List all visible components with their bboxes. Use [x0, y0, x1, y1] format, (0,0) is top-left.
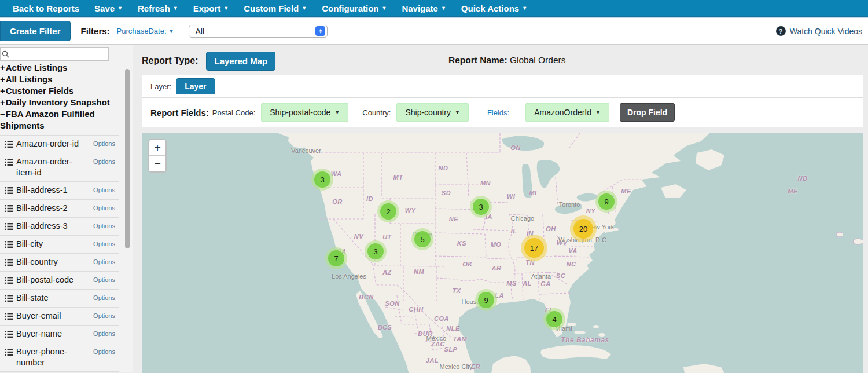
field-row[interactable]: Buyer-phone-number Options: [0, 343, 119, 371]
field-options-link[interactable]: Options: [93, 185, 117, 193]
map-state-label: OK: [462, 261, 473, 268]
nav-menu-item[interactable]: Quick Actions ▼: [461, 3, 527, 13]
field-options-link[interactable]: Options: [93, 292, 117, 301]
report-type-button[interactable]: Layered Map: [206, 52, 275, 71]
map-state-label: NB: [798, 175, 808, 182]
zoom-in-button[interactable]: +: [149, 140, 165, 156]
map-state-label: OH: [546, 225, 556, 232]
field-options-link[interactable]: Options: [93, 221, 117, 229]
field-row[interactable]: Amazon-order-item-id Options: [0, 153, 119, 181]
field-name: Buyer-name: [16, 328, 89, 339]
field-row[interactable]: Buyer-email Options: [0, 307, 119, 325]
field-options-link[interactable]: Options: [93, 257, 117, 265]
sidebar-scrollbar[interactable]: [125, 69, 130, 248]
map-state-label: ND: [439, 164, 448, 171]
zoom-out-button[interactable]: −: [149, 156, 165, 171]
field-name: Buyer-email: [16, 310, 89, 321]
expand-toggle-icon[interactable]: +: [0, 63, 5, 72]
list-icon: [5, 140, 13, 150]
search-icon: [2, 50, 9, 60]
table-tree-item[interactable]: +All Listings: [0, 74, 119, 85]
fields-link[interactable]: Fields:: [487, 108, 509, 117]
field-row[interactable]: Bill-state Options: [0, 289, 119, 307]
field-options-link[interactable]: Options: [93, 203, 117, 211]
field-options-link[interactable]: Options: [93, 275, 117, 283]
map-canvas[interactable]: ONNBMEWAORIDMTWYNVUTCAAZNMTXOKKSNESDNDMN…: [142, 133, 863, 373]
drop-field-button[interactable]: Drop Field: [620, 103, 675, 122]
cluster-count: 3: [320, 175, 324, 184]
map-cluster-marker[interactable]: 17: [521, 235, 547, 261]
watch-quick-videos-link[interactable]: Watch Quick Videos: [790, 27, 862, 36]
field-row[interactable]: Bill-country Options: [0, 253, 119, 271]
expand-toggle-icon[interactable]: +: [0, 97, 5, 107]
field-row[interactable]: Carrier Options: [0, 371, 119, 372]
nav-menu-item[interactable]: Export ▼: [193, 3, 229, 13]
map-cluster-marker[interactable]: 9: [595, 191, 617, 213]
filter-field-dropdown[interactable]: PurchaseDate: ▼: [117, 27, 174, 35]
map-geography: [142, 133, 863, 373]
expand-toggle-icon[interactable]: +: [0, 74, 5, 84]
nav-menu-label: Navigate: [402, 3, 438, 13]
field-options-link[interactable]: Options: [93, 346, 117, 355]
field-options-link[interactable]: Options: [93, 310, 117, 319]
map-state-label: ME: [788, 188, 798, 195]
country-dropdown[interactable]: Ship-country ▼: [396, 103, 469, 122]
map-cluster-marker[interactable]: 20: [570, 215, 597, 242]
map-state-label: IL: [511, 228, 517, 235]
field-list: Amazon-order-id Options Amazon-order-i: [0, 135, 119, 372]
nav-menu-item[interactable]: Refresh ▼: [138, 3, 178, 13]
nav-menu-item[interactable]: Save ▼: [94, 3, 123, 13]
list-icon: [5, 348, 13, 358]
field-options-link[interactable]: Options: [93, 239, 117, 247]
field-row[interactable]: Bill-city Options: [0, 235, 119, 253]
nav-menu-item[interactable]: Back to Reports: [13, 3, 79, 13]
table-tree-item[interactable]: +Daily Inventory Snapshot: [0, 97, 119, 108]
table-tree-item[interactable]: +Customer Fields: [0, 85, 119, 97]
layer-tab[interactable]: Layer: [176, 78, 215, 94]
field-row[interactable]: Bill-address-2 Options: [0, 199, 119, 217]
caret-down-icon: ▼: [169, 28, 174, 34]
help-question-icon[interactable]: ?: [776, 26, 786, 36]
field-options-link[interactable]: Options: [93, 328, 117, 337]
table-tree-item[interactable]: +Active Listings: [0, 62, 119, 74]
nav-menu-item[interactable]: Custom Field ▼: [244, 3, 307, 13]
cluster-count: 9: [484, 296, 488, 305]
map-cluster-marker[interactable]: 3: [470, 196, 492, 218]
field-search-input[interactable]: [0, 47, 109, 61]
create-filter-button[interactable]: Create Filter: [0, 21, 71, 41]
map-cluster-marker[interactable]: 3: [311, 169, 333, 191]
field-row[interactable]: Amazon-order-id Options: [0, 135, 119, 153]
field-row[interactable]: Buyer-name Options: [0, 325, 119, 343]
expand-toggle-icon[interactable]: −: [0, 109, 5, 119]
field-options-link[interactable]: Options: [93, 156, 117, 165]
map-cluster-marker[interactable]: 5: [411, 228, 433, 250]
map-cluster-marker[interactable]: 7: [325, 247, 347, 269]
filter-value-select[interactable]: All ▲▼: [189, 25, 328, 38]
nav-menu-item[interactable]: Configuration ▼: [322, 3, 387, 13]
map-cluster-marker[interactable]: 2: [377, 200, 399, 222]
field-row[interactable]: Bill-postal-code Options: [0, 271, 119, 289]
list-icon: [5, 330, 13, 340]
map-cluster-marker[interactable]: 4: [543, 308, 565, 330]
expand-toggle-icon[interactable]: +: [0, 86, 5, 96]
content-area: +Active Listings+All Listings+Customer F…: [0, 45, 868, 372]
map-state-label: MT: [393, 174, 403, 181]
map-cluster-marker[interactable]: 3: [365, 240, 387, 262]
field-row[interactable]: Bill-address-3 Options: [0, 217, 119, 235]
filter-value: All: [195, 27, 315, 36]
map-cluster-marker[interactable]: 9: [475, 289, 497, 311]
layer-panel: Layer: Layer Report Fields: Postal Code:…: [142, 75, 863, 127]
fields-sidebar: +Active Listings+All Listings+Customer F…: [0, 45, 133, 372]
fields-dropdown[interactable]: AmazonOrderId ▼: [525, 103, 609, 122]
field-options-link[interactable]: Options: [93, 138, 117, 147]
field-row[interactable]: Bill-address-1 Options: [0, 181, 119, 199]
caret-down-icon: ▼: [455, 109, 460, 115]
table-tree-item[interactable]: −FBA Amazon Fulfilled Shipments: [0, 108, 119, 131]
map-city-label: Mexico City: [440, 363, 473, 370]
nav-menu-item[interactable]: Navigate ▼: [402, 3, 446, 13]
country-label: Country:: [362, 108, 391, 117]
postal-code-label: Postal Code:: [212, 108, 255, 117]
postal-code-dropdown[interactable]: Ship-postal-code ▼: [261, 103, 348, 122]
caret-down-icon: ▼: [441, 6, 446, 11]
map-state-label: AL: [523, 280, 532, 287]
